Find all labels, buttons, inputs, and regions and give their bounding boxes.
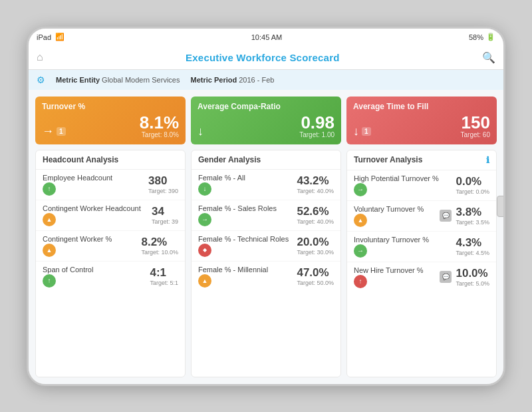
status-icon-orange-tri-1: ▲ [43, 213, 56, 226]
status-icon-red-up: ↑ [354, 275, 367, 288]
metric-new-hire-turnover[interactable]: New Hire Turnover % ↑ 💬 10.0% Target: 5.… [347, 262, 496, 292]
status-icon-green-right-3: → [354, 183, 367, 196]
status-icon-green-up: ↑ [43, 182, 56, 196]
home-button[interactable] [497, 196, 505, 217]
headcount-section: Headcount Analysis Employee Headcount ↑ … [35, 150, 186, 377]
status-icon-green-right-2: → [198, 213, 211, 226]
chat-icon-2: 💬 [440, 271, 452, 283]
search-icon[interactable]: 🔍 [482, 51, 495, 64]
chat-icon-1: 💬 [440, 210, 452, 222]
metric-high-potential-turnover[interactable]: High Potential Turnover % → 0.0% Target:… [347, 170, 496, 201]
status-icon-orange-tri-2: ▲ [43, 244, 56, 257]
entity-label: Metric Entity Global Modern Services [56, 76, 180, 84]
metric-female-millennial[interactable]: Female % - Millennial ▲ 47.0% Target: 50… [192, 262, 340, 292]
metric-involuntary-turnover[interactable]: Involuntary Turnover % → 4.3% Target: 4.… [347, 232, 496, 262]
kpi-card-turnover[interactable]: Turnover % → 1 8.1% Target: 8.0% [35, 97, 186, 144]
status-icon-green-right-4: → [354, 244, 367, 258]
metric-contingent-pct[interactable]: Contingent Worker % ▲ 8.2% Target: 10.0% [36, 231, 185, 262]
settings-icon[interactable]: ⚙ [37, 75, 45, 85]
status-icon-green-up-2: ↑ [43, 274, 56, 288]
kpi-value-turnover: 8.1% [140, 114, 179, 131]
turnover-analysis-section: Turnover Analysis ℹ High Potential Turno… [346, 150, 497, 377]
metric-employee-headcount[interactable]: Employee Headcount ↑ 380 Target: 390 [36, 170, 185, 200]
device-label: iPad [37, 33, 51, 41]
kpi-target-turnover: Target: 8.0% [140, 131, 179, 138]
ipad-frame: iPad 📶 10:45 AM 58% 🔋 ⌂ Executive Workfo… [27, 27, 505, 386]
status-bar: iPad 📶 10:45 AM 58% 🔋 [29, 29, 503, 46]
kpi-value-timetofill: 150 [461, 114, 490, 131]
metric-female-all[interactable]: Female % - All ↓ 43.2% Target: 40.0% [192, 170, 340, 200]
page-title: Executive Workforce Scorecard [186, 52, 339, 63]
battery-icon: 🔋 [486, 33, 495, 41]
kpi-card-timetofill[interactable]: Average Time to Fill ↓ 1 150 Target: 60 [346, 97, 497, 144]
analysis-row: Headcount Analysis Employee Headcount ↑ … [35, 150, 497, 377]
kpi-target-timetofill: Target: 60 [461, 131, 490, 138]
metric-female-technical[interactable]: Female % - Technical Roles ◆ 20.0% Targe… [192, 231, 340, 262]
kpi-label-turnover: Turnover % [42, 102, 179, 111]
kpi-label-timetofill: Average Time to Fill [353, 102, 490, 111]
metric-bar: ⚙ Metric Entity Global Modern Services M… [29, 70, 503, 90]
status-icon-orange-tri-3: ▲ [198, 274, 211, 288]
kpi-row: Turnover % → 1 8.1% Target: 8.0% Average… [35, 97, 497, 144]
kpi-arrow-icon-compa: ↓ [198, 124, 203, 138]
kpi-badge-timetofill: 1 [362, 127, 371, 136]
metric-female-sales[interactable]: Female % - Sales Roles → 52.6% Target: 4… [192, 200, 340, 231]
time-display: 10:45 AM [251, 33, 282, 41]
kpi-target-compa: Target: 1.00 [299, 131, 334, 138]
battery-percent: 58% [469, 33, 483, 41]
status-icon-red-diamond: ◆ [198, 244, 211, 257]
metric-contingent-headcount[interactable]: Contingent Worker Headcount ▲ 34 Target:… [36, 200, 185, 231]
home-icon[interactable]: ⌂ [37, 51, 43, 63]
kpi-card-compa[interactable]: Average Compa-Ratio ↓ 0.98 Target: 1.00 [191, 97, 341, 144]
metric-span-of-control[interactable]: Span of Control ↑ 4:1 Target: 5:1 [36, 262, 185, 292]
period-label: Metric Period 2016 - Feb [190, 76, 274, 84]
main-content: Turnover % → 1 8.1% Target: 8.0% Average… [29, 90, 503, 384]
headcount-header: Headcount Analysis [36, 150, 185, 170]
kpi-badge-turnover: 1 [57, 127, 66, 136]
info-icon[interactable]: ℹ [486, 155, 489, 165]
turnover-analysis-header: Turnover Analysis ℹ [347, 150, 496, 170]
status-icon-green-right-1: ↓ [198, 182, 211, 196]
kpi-label-compa: Average Compa-Ratio [198, 102, 334, 111]
kpi-arrow-icon-turnover: → [42, 124, 54, 138]
metric-voluntary-turnover[interactable]: Voluntary Turnover % ▲ 💬 3.8% Target: 3.… [347, 201, 496, 232]
gender-header: Gender Analysis [192, 150, 340, 170]
gender-section: Gender Analysis Female % - All ↓ 43.2% T… [191, 150, 341, 377]
kpi-value-compa: 0.98 [299, 114, 334, 131]
kpi-arrow-icon-timetofill: ↓ [353, 124, 359, 138]
wifi-icon: 📶 [55, 33, 65, 41]
nav-bar: ⌂ Executive Workforce Scorecard 🔍 [29, 46, 503, 70]
status-icon-orange-tri-4: ▲ [354, 214, 367, 227]
